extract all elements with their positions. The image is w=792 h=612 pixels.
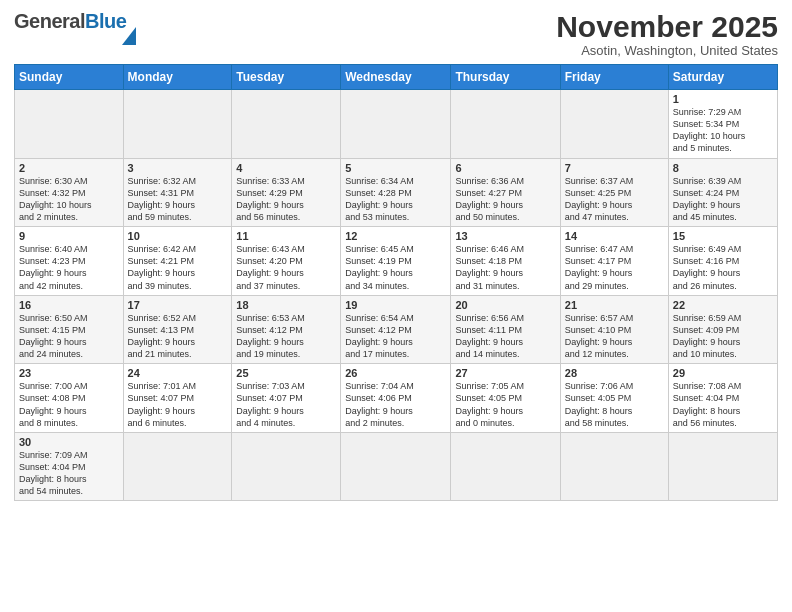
day-info: Sunrise: 7:03 AM Sunset: 4:07 PM Dayligh… bbox=[236, 380, 336, 429]
day-info: Sunrise: 6:43 AM Sunset: 4:20 PM Dayligh… bbox=[236, 243, 336, 292]
day-info: Sunrise: 7:09 AM Sunset: 4:04 PM Dayligh… bbox=[19, 449, 119, 498]
week-row-1: 2Sunrise: 6:30 AM Sunset: 4:32 PM Daylig… bbox=[15, 158, 778, 227]
day-cell: 19Sunrise: 6:54 AM Sunset: 4:12 PM Dayli… bbox=[341, 295, 451, 364]
day-number: 12 bbox=[345, 230, 446, 242]
logo: GeneralBlue bbox=[14, 10, 136, 45]
day-number: 8 bbox=[673, 162, 773, 174]
header-monday: Monday bbox=[123, 65, 232, 90]
day-cell: 30Sunrise: 7:09 AM Sunset: 4:04 PM Dayli… bbox=[15, 432, 124, 501]
week-row-0: 1Sunrise: 7:29 AM Sunset: 5:34 PM Daylig… bbox=[15, 90, 778, 159]
day-number: 23 bbox=[19, 367, 119, 379]
day-info: Sunrise: 6:32 AM Sunset: 4:31 PM Dayligh… bbox=[128, 175, 228, 224]
day-info: Sunrise: 6:53 AM Sunset: 4:12 PM Dayligh… bbox=[236, 312, 336, 361]
day-number: 27 bbox=[455, 367, 555, 379]
day-number: 26 bbox=[345, 367, 446, 379]
day-cell bbox=[451, 90, 560, 159]
day-info: Sunrise: 6:30 AM Sunset: 4:32 PM Dayligh… bbox=[19, 175, 119, 224]
day-info: Sunrise: 7:00 AM Sunset: 4:08 PM Dayligh… bbox=[19, 380, 119, 429]
day-info: Sunrise: 6:34 AM Sunset: 4:28 PM Dayligh… bbox=[345, 175, 446, 224]
day-info: Sunrise: 6:42 AM Sunset: 4:21 PM Dayligh… bbox=[128, 243, 228, 292]
day-number: 30 bbox=[19, 436, 119, 448]
title-area: November 2025 Asotin, Washington, United… bbox=[556, 10, 778, 58]
header-sunday: Sunday bbox=[15, 65, 124, 90]
day-cell: 18Sunrise: 6:53 AM Sunset: 4:12 PM Dayli… bbox=[232, 295, 341, 364]
day-cell bbox=[560, 432, 668, 501]
day-cell: 5Sunrise: 6:34 AM Sunset: 4:28 PM Daylig… bbox=[341, 158, 451, 227]
day-info: Sunrise: 6:33 AM Sunset: 4:29 PM Dayligh… bbox=[236, 175, 336, 224]
day-info: Sunrise: 6:57 AM Sunset: 4:10 PM Dayligh… bbox=[565, 312, 664, 361]
day-cell: 20Sunrise: 6:56 AM Sunset: 4:11 PM Dayli… bbox=[451, 295, 560, 364]
day-cell bbox=[15, 90, 124, 159]
day-info: Sunrise: 7:01 AM Sunset: 4:07 PM Dayligh… bbox=[128, 380, 228, 429]
day-number: 17 bbox=[128, 299, 228, 311]
day-info: Sunrise: 6:40 AM Sunset: 4:23 PM Dayligh… bbox=[19, 243, 119, 292]
day-cell bbox=[451, 432, 560, 501]
day-cell bbox=[560, 90, 668, 159]
day-info: Sunrise: 6:37 AM Sunset: 4:25 PM Dayligh… bbox=[565, 175, 664, 224]
day-number: 14 bbox=[565, 230, 664, 242]
day-cell: 12Sunrise: 6:45 AM Sunset: 4:19 PM Dayli… bbox=[341, 227, 451, 296]
day-cell bbox=[123, 90, 232, 159]
day-info: Sunrise: 7:29 AM Sunset: 5:34 PM Dayligh… bbox=[673, 106, 773, 155]
day-cell: 11Sunrise: 6:43 AM Sunset: 4:20 PM Dayli… bbox=[232, 227, 341, 296]
day-cell: 9Sunrise: 6:40 AM Sunset: 4:23 PM Daylig… bbox=[15, 227, 124, 296]
day-cell bbox=[123, 432, 232, 501]
day-number: 9 bbox=[19, 230, 119, 242]
day-number: 20 bbox=[455, 299, 555, 311]
day-number: 25 bbox=[236, 367, 336, 379]
day-cell: 16Sunrise: 6:50 AM Sunset: 4:15 PM Dayli… bbox=[15, 295, 124, 364]
day-cell bbox=[232, 432, 341, 501]
day-info: Sunrise: 7:04 AM Sunset: 4:06 PM Dayligh… bbox=[345, 380, 446, 429]
header: GeneralBlue November 2025 Asotin, Washin… bbox=[14, 10, 778, 58]
header-friday: Friday bbox=[560, 65, 668, 90]
calendar: Sunday Monday Tuesday Wednesday Thursday… bbox=[14, 64, 778, 501]
header-wednesday: Wednesday bbox=[341, 65, 451, 90]
day-number: 1 bbox=[673, 93, 773, 105]
day-number: 4 bbox=[236, 162, 336, 174]
day-cell: 2Sunrise: 6:30 AM Sunset: 4:32 PM Daylig… bbox=[15, 158, 124, 227]
day-cell: 22Sunrise: 6:59 AM Sunset: 4:09 PM Dayli… bbox=[668, 295, 777, 364]
header-thursday: Thursday bbox=[451, 65, 560, 90]
day-cell bbox=[232, 90, 341, 159]
day-cell: 6Sunrise: 6:36 AM Sunset: 4:27 PM Daylig… bbox=[451, 158, 560, 227]
day-info: Sunrise: 6:47 AM Sunset: 4:17 PM Dayligh… bbox=[565, 243, 664, 292]
week-row-4: 23Sunrise: 7:00 AM Sunset: 4:08 PM Dayli… bbox=[15, 364, 778, 433]
logo-triangle-icon bbox=[122, 27, 136, 45]
day-cell: 25Sunrise: 7:03 AM Sunset: 4:07 PM Dayli… bbox=[232, 364, 341, 433]
day-info: Sunrise: 7:06 AM Sunset: 4:05 PM Dayligh… bbox=[565, 380, 664, 429]
day-cell: 8Sunrise: 6:39 AM Sunset: 4:24 PM Daylig… bbox=[668, 158, 777, 227]
day-cell: 14Sunrise: 6:47 AM Sunset: 4:17 PM Dayli… bbox=[560, 227, 668, 296]
day-number: 10 bbox=[128, 230, 228, 242]
day-cell bbox=[341, 90, 451, 159]
page: GeneralBlue November 2025 Asotin, Washin… bbox=[0, 0, 792, 612]
day-info: Sunrise: 7:08 AM Sunset: 4:04 PM Dayligh… bbox=[673, 380, 773, 429]
logo-area: GeneralBlue bbox=[14, 10, 136, 45]
day-number: 24 bbox=[128, 367, 228, 379]
day-number: 11 bbox=[236, 230, 336, 242]
day-number: 22 bbox=[673, 299, 773, 311]
day-number: 16 bbox=[19, 299, 119, 311]
day-number: 28 bbox=[565, 367, 664, 379]
day-info: Sunrise: 6:56 AM Sunset: 4:11 PM Dayligh… bbox=[455, 312, 555, 361]
location: Asotin, Washington, United States bbox=[556, 43, 778, 58]
header-saturday: Saturday bbox=[668, 65, 777, 90]
header-tuesday: Tuesday bbox=[232, 65, 341, 90]
day-cell: 21Sunrise: 6:57 AM Sunset: 4:10 PM Dayli… bbox=[560, 295, 668, 364]
day-number: 5 bbox=[345, 162, 446, 174]
day-number: 19 bbox=[345, 299, 446, 311]
day-number: 6 bbox=[455, 162, 555, 174]
day-cell: 26Sunrise: 7:04 AM Sunset: 4:06 PM Dayli… bbox=[341, 364, 451, 433]
day-info: Sunrise: 6:39 AM Sunset: 4:24 PM Dayligh… bbox=[673, 175, 773, 224]
day-number: 18 bbox=[236, 299, 336, 311]
day-info: Sunrise: 7:05 AM Sunset: 4:05 PM Dayligh… bbox=[455, 380, 555, 429]
day-cell: 7Sunrise: 6:37 AM Sunset: 4:25 PM Daylig… bbox=[560, 158, 668, 227]
day-cell bbox=[341, 432, 451, 501]
month-title: November 2025 bbox=[556, 10, 778, 43]
day-number: 3 bbox=[128, 162, 228, 174]
day-number: 2 bbox=[19, 162, 119, 174]
week-row-2: 9Sunrise: 6:40 AM Sunset: 4:23 PM Daylig… bbox=[15, 227, 778, 296]
day-cell: 13Sunrise: 6:46 AM Sunset: 4:18 PM Dayli… bbox=[451, 227, 560, 296]
week-row-5: 30Sunrise: 7:09 AM Sunset: 4:04 PM Dayli… bbox=[15, 432, 778, 501]
day-cell: 1Sunrise: 7:29 AM Sunset: 5:34 PM Daylig… bbox=[668, 90, 777, 159]
day-info: Sunrise: 6:50 AM Sunset: 4:15 PM Dayligh… bbox=[19, 312, 119, 361]
